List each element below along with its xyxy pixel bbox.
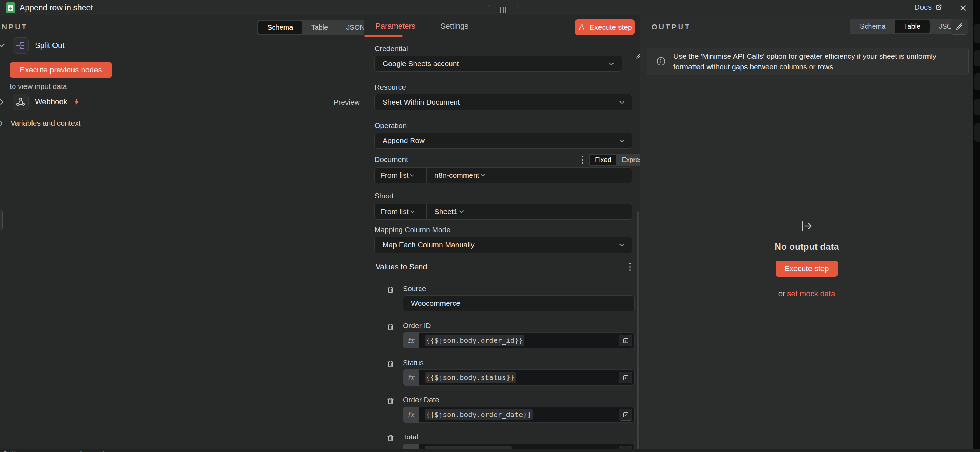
canvas-node-ghost xyxy=(974,99,980,116)
output-panel-title: OUTPUT xyxy=(652,23,691,31)
values-to-send-label: Values to Send xyxy=(375,262,427,271)
parameters-panel: Parameters Settings Execute step Credent… xyxy=(364,15,641,449)
chevron-down-icon xyxy=(618,241,626,249)
webhook-node-label: Webhook xyxy=(35,97,68,106)
input-hint: to view input data xyxy=(10,82,67,90)
output-view-switcher: Schema Table JSON xyxy=(850,19,968,34)
tab-settings[interactable]: Settings xyxy=(441,22,469,31)
sheet-value-select[interactable]: Sheet1 xyxy=(426,204,632,220)
canvas-node-ghost xyxy=(974,24,980,43)
canvas-node-ghost xyxy=(974,73,980,90)
preview-link[interactable]: Preview xyxy=(334,98,360,106)
mapping-column-mode-label: Mapping Column Mode xyxy=(374,226,450,234)
split-out-node-label: Split Out xyxy=(35,41,64,50)
document-resource-locator: From list n8n-comment xyxy=(374,167,632,183)
chevron-down-icon xyxy=(458,208,466,216)
node-title: Append row in sheet xyxy=(20,3,93,13)
titlebar-divider xyxy=(950,3,950,12)
toggle-fixed[interactable]: Fixed xyxy=(590,155,616,165)
chevron-down-icon[interactable] xyxy=(0,41,6,50)
trash-icon[interactable] xyxy=(386,433,395,443)
output-empty-state: No output data Execute step or set mock … xyxy=(641,220,973,298)
chevron-down-icon xyxy=(409,208,416,215)
close-icon[interactable] xyxy=(958,3,968,13)
sheet-mode-select[interactable]: From list xyxy=(374,204,426,220)
output-tab-schema[interactable]: Schema xyxy=(851,20,895,33)
trash-icon[interactable] xyxy=(386,359,395,369)
webhook-node-icon xyxy=(13,94,29,110)
input-tab-schema[interactable]: Schema xyxy=(258,21,302,34)
scrollbar-thumb[interactable] xyxy=(637,211,639,449)
operation-select[interactable]: Append Row xyxy=(374,133,632,149)
active-tab-underline xyxy=(364,35,403,37)
variables-and-context-row[interactable]: Variables and context xyxy=(0,119,81,127)
output-execute-step-button[interactable]: Execute step xyxy=(776,261,838,277)
value-item-status: Status fx {{$json.body.status}} xyxy=(403,358,635,385)
sheet-label: Sheet xyxy=(374,192,394,200)
document-mode-select[interactable]: From list xyxy=(374,167,426,183)
resource-select[interactable]: Sheet Within Document xyxy=(374,94,632,110)
values-to-send-options-icon[interactable] xyxy=(628,263,632,271)
input-tab-table[interactable]: Table xyxy=(302,21,337,34)
open-expression-editor-icon[interactable] xyxy=(619,335,632,346)
value-item-total: Total fx {{$json.body.total}} xyxy=(403,432,635,449)
output-tab-table[interactable]: Table xyxy=(895,20,930,33)
execute-step-button[interactable]: Execute step xyxy=(575,19,635,35)
settings-cutoff-label: Settings xyxy=(3,450,28,452)
left-edge-handle[interactable] xyxy=(0,210,3,230)
trash-icon[interactable] xyxy=(386,396,395,406)
set-mock-data-link[interactable]: set mock data xyxy=(787,289,835,298)
resource-label: Resource xyxy=(374,83,406,91)
input-tab-json[interactable]: JSON xyxy=(337,21,364,34)
canvas-node-ghost xyxy=(974,50,980,67)
fx-badge: fx xyxy=(403,444,419,449)
fx-badge: fx xyxy=(403,332,419,349)
source-input[interactable]: Woocommerce xyxy=(403,295,635,311)
info-icon xyxy=(656,57,666,66)
status-expression-input[interactable]: {{$json.body.status}} xyxy=(419,370,635,385)
chevron-down-icon xyxy=(618,99,626,106)
execute-previous-nodes-button[interactable]: Execute previous nodes xyxy=(10,62,112,78)
panel-drag-handle[interactable] xyxy=(488,5,519,15)
operation-label: Operation xyxy=(374,121,407,130)
docs-link[interactable]: Docs xyxy=(914,3,943,12)
open-expression-editor-icon[interactable] xyxy=(619,409,632,420)
google-sheets-icon xyxy=(6,2,15,13)
input-view-switcher: Schema Table JSON xyxy=(257,20,364,35)
credential-label: Credential xyxy=(374,44,408,52)
order-date-expression-input[interactable]: {{$json.body.order_date}} xyxy=(419,406,635,423)
document-options-icon[interactable] xyxy=(580,156,585,164)
output-panel: OUTPUT Schema Table JSON Use the 'Minimi… xyxy=(641,15,973,449)
tab-parameters[interactable]: Parameters xyxy=(375,22,415,31)
edit-output-button[interactable] xyxy=(951,19,968,35)
sheet-resource-locator: From list Sheet1 xyxy=(374,204,632,220)
fx-badge: fx xyxy=(403,406,419,423)
trash-icon[interactable] xyxy=(386,285,395,295)
section-divider xyxy=(374,276,632,276)
chevron-right-icon[interactable] xyxy=(0,97,6,106)
logs-panel-edge: Settings / Logs xyxy=(0,449,980,452)
value-item-order-date: Order Date fx {{$json.body.order_date}} xyxy=(403,395,635,423)
minimise-api-calls-notice: Use the 'Minimise API Calls' option for … xyxy=(647,48,969,75)
order-id-expression-input[interactable]: {{$json.body.order_id}} xyxy=(419,332,635,349)
mapping-column-mode-select[interactable]: Map Each Column Manually xyxy=(374,237,632,253)
fx-badge: fx xyxy=(403,370,419,385)
credential-select[interactable]: Google Sheets account xyxy=(374,56,622,72)
document-label: Document xyxy=(374,155,408,163)
ndv-titlebar: Append row in sheet Docs xyxy=(0,0,973,15)
canvas-node-ghost xyxy=(974,124,980,142)
open-expression-editor-icon[interactable] xyxy=(619,372,632,384)
trash-icon[interactable] xyxy=(386,322,395,331)
input-node-split-out[interactable]: Split Out xyxy=(0,37,64,54)
chevron-right-icon[interactable] xyxy=(0,119,6,127)
pencil-icon[interactable] xyxy=(635,51,641,60)
document-value-select[interactable]: n8n-comment xyxy=(426,167,632,183)
lightning-bolt-icon xyxy=(72,98,81,106)
open-expression-editor-icon[interactable] xyxy=(619,446,632,449)
input-node-webhook[interactable]: Webhook xyxy=(0,94,81,110)
chevron-down-icon xyxy=(618,137,626,145)
notice-line-1: Use the 'Minimise API Calls' option for … xyxy=(673,51,936,62)
total-expression-input[interactable]: {{$json.body.total}} xyxy=(419,444,635,449)
toggle-expression[interactable]: Expression xyxy=(616,155,641,165)
variables-and-context-label: Variables and context xyxy=(11,119,81,127)
